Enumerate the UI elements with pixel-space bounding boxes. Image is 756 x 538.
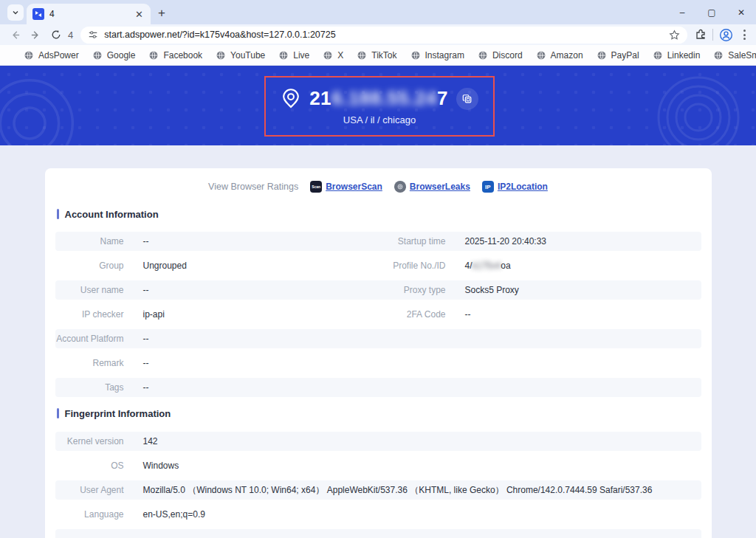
- table-row: Account Platform --: [55, 329, 701, 348]
- maximize-button[interactable]: ▢: [697, 0, 726, 24]
- ip-hero-banner: 216.188.55.247 USA / il / chicago: [0, 66, 756, 145]
- globe-icon: [653, 50, 663, 61]
- globe-icon: [278, 50, 289, 61]
- section-title-text: Account Information: [65, 209, 159, 220]
- copy-icon: [462, 94, 472, 104]
- globe-icon: [357, 50, 367, 61]
- fingerprint-section-header: Fingerprint Information: [57, 407, 700, 419]
- globe-icon: [536, 50, 546, 61]
- bookmark-adspower[interactable]: AdsPower: [18, 48, 85, 63]
- profile-avatar-icon[interactable]: [719, 28, 733, 42]
- globe-icon: [410, 50, 421, 61]
- table-row: User Agent Mozilla/5.0 （Windows NT 10.0;…: [55, 480, 701, 500]
- bookmark-tiktok[interactable]: TikTok: [351, 48, 402, 63]
- minimize-button[interactable]: –: [667, 0, 697, 24]
- bookmark-google[interactable]: Google: [86, 48, 142, 63]
- link-browserscan[interactable]: Scan BrowserScan: [310, 181, 382, 193]
- copy-ip-button[interactable]: [456, 88, 478, 110]
- browser-ratings-row: View Browser Ratings Scan BrowserScan Br…: [55, 180, 701, 193]
- ip-address: 216.188.55.247: [309, 87, 448, 110]
- link-ip2location[interactable]: IP IP2Location: [482, 181, 548, 193]
- browserleaks-icon: [394, 181, 406, 193]
- adspower-favicon-icon: [32, 8, 44, 20]
- globe-icon: [597, 50, 607, 61]
- table-row: Remark --: [55, 354, 701, 373]
- chevron-down-icon: [12, 9, 19, 16]
- site-settings-icon[interactable]: [88, 30, 98, 40]
- bookmark-facebook[interactable]: Facebook: [142, 48, 208, 63]
- profile-info-card: View Browser Ratings Scan BrowserScan Br…: [45, 168, 712, 538]
- globe-icon: [323, 50, 333, 61]
- location-pin-icon: [281, 88, 301, 110]
- menu-kebab-icon[interactable]: [739, 30, 750, 40]
- globe-icon: [92, 50, 103, 61]
- new-tab-button[interactable]: +: [158, 6, 165, 21]
- bookmark-discord[interactable]: Discord: [472, 48, 529, 63]
- table-row: IP checker ip-api 2FA Code --: [55, 305, 701, 324]
- section-accent-bar: [57, 408, 59, 418]
- table-row: Kernel version 142: [55, 432, 701, 451]
- profile-id-blurred-segment: k175v4: [472, 261, 501, 271]
- table-row: Tags --: [55, 378, 701, 397]
- reload-button[interactable]: [47, 26, 65, 44]
- ip2location-icon: IP: [482, 181, 494, 193]
- address-bar[interactable]: start.adspower.net/?id=k175v4oa&host=127…: [80, 27, 687, 44]
- bookmark-x[interactable]: X: [317, 48, 349, 63]
- bookmark-star-icon[interactable]: [669, 30, 680, 41]
- toolbar-actions: [695, 28, 750, 42]
- globe-icon: [478, 50, 488, 61]
- browser-window: 4 ✕ + – ▢ ✕ 4 start.adspower.net/?id=k17…: [0, 0, 756, 538]
- ip-highlight-box: 216.188.55.247 USA / il / chicago: [264, 76, 495, 137]
- table-row-partial: [55, 529, 701, 538]
- bookmarks-bar: AdsPower Google Facebook YouTube Live X …: [0, 45, 756, 66]
- section-accent-bar: [57, 209, 59, 219]
- browser-toolbar: 4 start.adspower.net/?id=k175v4oa&host=1…: [0, 24, 756, 45]
- table-row: User name -- Proxy type Socks5 Proxy: [55, 280, 701, 300]
- globe-icon: [713, 50, 724, 61]
- profile-id-value: 4/k175v4oa: [465, 261, 701, 271]
- bookmark-paypal[interactable]: PayPal: [591, 48, 645, 63]
- bookmark-amazon[interactable]: Amazon: [530, 48, 589, 63]
- window-controls: – ▢ ✕: [667, 0, 756, 24]
- extensions-icon[interactable]: [695, 29, 707, 41]
- globe-icon: [216, 50, 226, 61]
- globe-icon: [24, 50, 34, 61]
- globe-icon: [148, 50, 159, 61]
- forward-button[interactable]: [27, 26, 44, 44]
- bookmark-youtube[interactable]: YouTube: [210, 48, 271, 63]
- ratings-label: View Browser Ratings: [208, 182, 298, 192]
- tab-close-icon[interactable]: ✕: [134, 9, 145, 20]
- close-button[interactable]: ✕: [726, 0, 756, 24]
- url-text[interactable]: start.adspower.net/?id=k175v4oa&host=127…: [104, 30, 663, 40]
- tab-title: 4: [49, 9, 128, 19]
- ip-blurred-segment: 6.188.55.24: [331, 87, 437, 110]
- geo-location: USA / il / chicago: [343, 114, 416, 125]
- toolbar-counter: 4: [68, 30, 73, 41]
- section-title-text: Fingerprint Information: [65, 408, 171, 419]
- tab-search-button[interactable]: [7, 4, 24, 21]
- bookmark-live[interactable]: Live: [272, 48, 315, 63]
- table-row: Name -- Startup time 2025-11-20 20:40:33: [55, 232, 701, 251]
- page-content: 216.188.55.247 USA / il / chicago View B…: [0, 66, 756, 538]
- bookmark-instagram[interactable]: Instagram: [405, 48, 470, 63]
- fingerprint-decoration: [0, 72, 81, 145]
- toolbar-divider: [712, 29, 713, 41]
- bookmark-salesmartly[interactable]: SaleSmartly: [707, 48, 756, 63]
- table-row: Language en-US,en;q=0.9: [55, 505, 701, 524]
- forward-arrow-icon: [30, 30, 41, 41]
- fingerprint-decoration: [654, 73, 743, 145]
- link-browserleaks[interactable]: BrowserLeaks: [394, 181, 470, 193]
- reload-icon: [51, 30, 61, 40]
- table-row: Group Ungrouped Profile No./ID 4/k175v4o…: [55, 256, 701, 275]
- browserscan-icon: Scan: [310, 181, 322, 193]
- account-section-header: Account Information: [57, 208, 700, 220]
- back-button[interactable]: [6, 26, 24, 44]
- browser-tab[interactable]: 4 ✕: [27, 4, 151, 24]
- bookmark-linkedin[interactable]: Linkedin: [647, 48, 707, 63]
- tab-strip: 4 ✕ + – ▢ ✕: [0, 0, 756, 24]
- table-row: OS Windows: [55, 456, 701, 475]
- back-arrow-icon: [10, 30, 21, 41]
